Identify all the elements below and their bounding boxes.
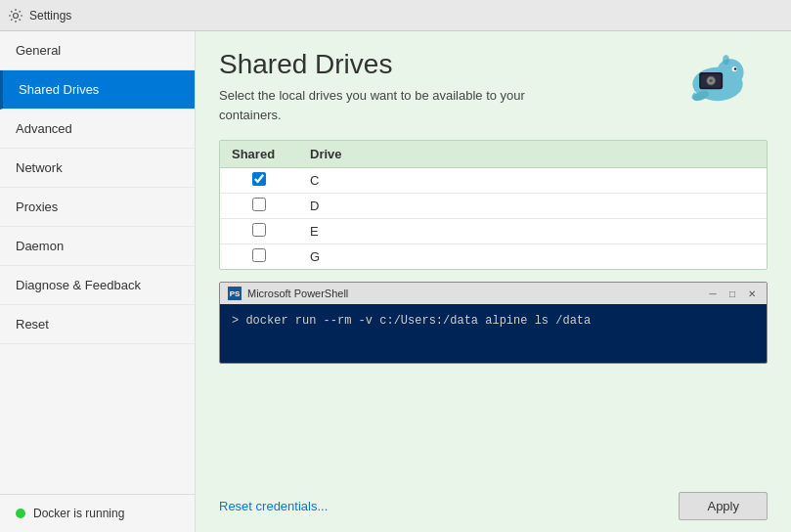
svg-point-5 [723, 55, 729, 65]
drive-checkbox-g[interactable] [252, 248, 266, 262]
drive-label: G [298, 244, 767, 270]
ps-close-btn[interactable]: ✕ [745, 288, 759, 299]
sidebar-item-advanced[interactable]: Advanced [0, 110, 195, 149]
sidebar-item-general[interactable]: General [0, 31, 195, 70]
settings-icon [8, 8, 23, 23]
content-footer: Reset credentials... Apply [196, 484, 791, 532]
table-row: D [220, 194, 767, 219]
sidebar-item-shared-drives[interactable]: Shared Drives [0, 70, 195, 110]
apply-button[interactable]: Apply [679, 492, 768, 520]
title-bar-text: Settings [29, 9, 71, 22]
drive-checkbox-cell [220, 194, 298, 219]
sidebar: General Shared Drives Advanced Network P… [0, 31, 196, 532]
main-content: Shared Drives Select the local drives yo… [196, 31, 791, 532]
sidebar-item-diagnose-feedback[interactable]: Diagnose & Feedback [0, 266, 195, 305]
drive-label: E [298, 219, 767, 244]
sidebar-item-network[interactable]: Network [0, 149, 195, 188]
table-row: G [220, 244, 767, 270]
drive-label: C [298, 168, 767, 194]
ps-body: > docker run --rm -v c:/Users:/data alpi… [220, 304, 767, 363]
drive-checkbox-c[interactable] [252, 172, 266, 186]
drive-checkbox-cell [220, 219, 298, 244]
drive-checkbox-d[interactable] [252, 198, 266, 211]
sidebar-footer: Docker is running [0, 494, 195, 532]
drive-checkbox-cell [220, 244, 298, 270]
content-header: Shared Drives Select the local drives yo… [196, 31, 791, 132]
sidebar-item-proxies[interactable]: Proxies [0, 188, 195, 227]
sidebar-item-daemon[interactable]: Daemon [0, 227, 195, 266]
col-shared-header: Shared [220, 141, 298, 168]
table-row: C [220, 168, 767, 194]
drive-checkbox-e[interactable] [252, 223, 266, 237]
powershell-window: PS Microsoft PowerShell ─ □ ✕ > docker r… [219, 282, 768, 364]
docker-status-text: Docker is running [33, 507, 124, 520]
powershell-icon: PS [228, 287, 242, 300]
reset-credentials-link[interactable]: Reset credentials... [219, 499, 328, 513]
page-subtitle: Select the local drives you want to be a… [219, 86, 532, 124]
ps-minimize-btn[interactable]: ─ [706, 288, 720, 299]
ps-command: > docker run --rm -v c:/Users:/data alpi… [232, 314, 591, 328]
svg-point-0 [14, 13, 19, 18]
docker-status-dot [16, 509, 25, 518]
docker-mascot-icon [683, 49, 752, 108]
page-title: Shared Drives [219, 49, 532, 80]
drives-table: Shared Drive CDEG [220, 141, 767, 269]
sidebar-item-reset[interactable]: Reset [0, 305, 195, 344]
drive-label: D [298, 194, 767, 219]
drive-checkbox-cell [220, 168, 298, 194]
title-bar: Settings [0, 0, 791, 31]
drives-table-container: Shared Drive CDEG [219, 140, 768, 270]
col-drive-header: Drive [298, 141, 767, 168]
ps-maximize-btn[interactable]: □ [725, 288, 739, 299]
ps-title: Microsoft PowerShell [247, 288, 348, 299]
table-row: E [220, 219, 767, 244]
svg-point-9 [709, 79, 712, 82]
svg-point-4 [734, 67, 737, 70]
ps-titlebar: PS Microsoft PowerShell ─ □ ✕ [220, 283, 767, 304]
